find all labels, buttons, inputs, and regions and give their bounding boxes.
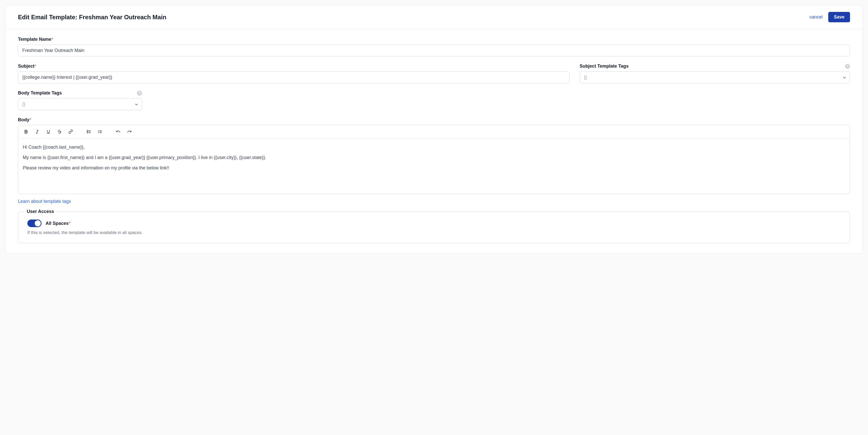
save-button[interactable]: Save <box>828 12 850 22</box>
editor-toolbar <box>18 125 850 138</box>
template-name-input[interactable] <box>18 44 850 57</box>
undo-icon[interactable] <box>115 128 122 135</box>
all-spaces-toggle-row: All Spaces* <box>27 220 841 227</box>
body-tags-label: Body Template Tags <box>18 90 62 96</box>
label-row: Subject Template Tags ? <box>580 64 850 69</box>
strikethrough-icon[interactable] <box>56 128 63 135</box>
help-icon[interactable]: ? <box>137 91 142 96</box>
editor: Hi Coach {{coach.last_name}}, My name is… <box>18 125 850 194</box>
italic-icon[interactable] <box>34 128 40 135</box>
svg-point-10 <box>87 132 88 133</box>
subject-tags-col: Subject Template Tags ? {} <box>580 64 850 83</box>
underline-icon[interactable] <box>45 128 52 135</box>
edit-template-card: Edit Email Template: Freshman Year Outre… <box>5 5 863 253</box>
body-editor[interactable]: Hi Coach {{coach.last_name}}, My name is… <box>18 138 850 194</box>
bullet-list-icon[interactable] <box>86 128 92 135</box>
body-row: Body* <box>18 117 850 204</box>
select-display: {} <box>18 98 142 110</box>
help-icon[interactable]: ? <box>845 64 850 69</box>
body-tags-select[interactable]: {} <box>18 98 142 110</box>
select-display: {} <box>580 71 850 83</box>
header-actions: cancel Save <box>809 12 850 22</box>
body-line: Hi Coach {{coach.last_name}}, <box>23 144 845 151</box>
label-row: Body* <box>18 117 850 123</box>
body-label: Body <box>18 117 29 122</box>
svg-point-8 <box>87 130 88 131</box>
subject-label: Subject <box>18 64 34 69</box>
bold-icon[interactable] <box>23 128 29 135</box>
cancel-link[interactable]: cancel <box>809 14 823 20</box>
template-name-row: Template Name* <box>18 37 850 57</box>
user-access-fieldset: User Access All Spaces* If this is selec… <box>18 212 850 243</box>
label-row: Body Template Tags ? <box>18 90 142 96</box>
all-spaces-helper: If this is selected, the template will b… <box>27 230 841 235</box>
numbered-list-icon[interactable] <box>97 128 103 135</box>
required-star: * <box>35 64 36 68</box>
subject-tags-select[interactable]: {} <box>580 71 850 83</box>
body-line: Please review my video and information o… <box>23 164 845 172</box>
required-star: * <box>30 118 31 122</box>
learn-link[interactable]: Learn about template tags <box>18 199 71 204</box>
required-star: * <box>69 221 70 226</box>
all-spaces-label: All Spaces <box>45 221 69 226</box>
body-tags-row: Body Template Tags ? {} <box>18 90 850 110</box>
required-star: * <box>52 37 53 41</box>
svg-point-9 <box>87 131 88 132</box>
all-spaces-toggle[interactable] <box>27 220 41 227</box>
subject-tags-label: Subject Template Tags <box>580 64 628 69</box>
subject-input[interactable] <box>18 71 569 83</box>
user-access-legend: User Access <box>24 209 57 214</box>
card-header: Edit Email Template: Freshman Year Outre… <box>5 5 863 29</box>
redo-icon[interactable] <box>126 128 133 135</box>
template-name-label: Template Name <box>18 37 52 42</box>
label-row: Template Name* <box>18 37 850 42</box>
toggle-knob <box>35 220 41 226</box>
page-title: Edit Email Template: Freshman Year Outre… <box>18 14 166 21</box>
svg-line-2 <box>37 130 38 133</box>
body-line: My name is {{user.first_name}} and I am … <box>23 154 845 161</box>
label-row: Subject* <box>18 64 569 69</box>
subject-col: Subject* <box>18 64 569 83</box>
card-body: Template Name* Subject* Subject Template… <box>5 29 863 253</box>
subject-row: Subject* Subject Template Tags ? {} <box>18 64 850 83</box>
link-icon[interactable] <box>67 128 74 135</box>
